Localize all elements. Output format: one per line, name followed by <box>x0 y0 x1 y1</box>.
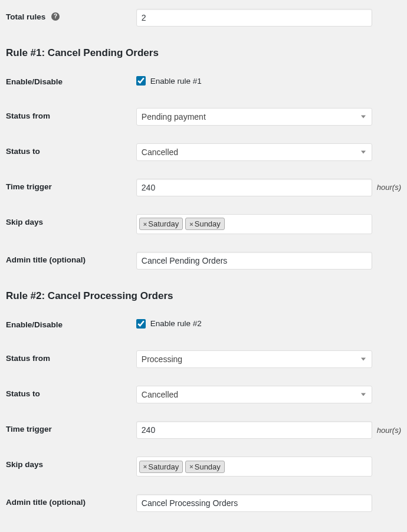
rule-2-admin-title-input[interactable] <box>136 494 372 512</box>
close-icon[interactable]: × <box>143 221 147 228</box>
rule-2-enable-label: Enable/Disable <box>0 308 136 342</box>
help-icon[interactable]: ? <box>51 12 60 21</box>
rule-1-skip-days-label: Skip days <box>0 205 136 243</box>
rule-2-status-from-label: Status from <box>0 341 136 377</box>
rule-2-time-trigger-label: Time trigger <box>0 412 136 448</box>
rule-2-time-trigger-unit: hour(s) <box>377 426 401 435</box>
rule-1-enable-checkbox[interactable] <box>136 76 146 86</box>
rule-1-admin-title-input[interactable] <box>136 252 372 270</box>
rule-1-enable-checkbox-label[interactable]: Enable rule #1 <box>136 76 202 86</box>
rule-2-status-to-label: Status to <box>0 377 136 412</box>
rule-2-admin-title-label: Admin title (optional) <box>0 485 136 521</box>
close-icon[interactable]: × <box>189 463 193 470</box>
rule-2-skip-day-tag[interactable]: ×Saturday <box>139 461 183 473</box>
rule-1-time-trigger-label: Time trigger <box>0 170 136 205</box>
total-rules-label: Total rules ? <box>0 0 136 35</box>
rule-1-skip-day-tag[interactable]: ×Sunday <box>185 218 225 230</box>
rule-1-status-from-label: Status from <box>0 99 136 134</box>
rule-1-heading: Rule #1: Cancel Pending Orders <box>6 47 401 59</box>
rule-2-enable-checkbox[interactable] <box>136 319 146 329</box>
rule-2-status-to-select[interactable]: Cancelled <box>136 386 372 403</box>
rule-1-status-from-select[interactable]: Pending payment <box>136 108 372 126</box>
rule-1-enable-label: Enable/Disable <box>0 65 136 99</box>
rule-2-enable-checkbox-label[interactable]: Enable rule #2 <box>136 319 202 329</box>
rule-2-heading: Rule #2: Cancel Processing Orders <box>6 290 401 302</box>
close-icon[interactable]: × <box>189 221 193 228</box>
close-icon[interactable]: × <box>143 463 147 470</box>
rule-1-status-to-select[interactable]: Cancelled <box>136 143 372 161</box>
rule-2-time-trigger-input[interactable] <box>136 421 372 439</box>
rule-2-status-from-select[interactable]: Processing <box>136 350 372 368</box>
total-rules-input[interactable] <box>136 9 372 27</box>
rule-1-time-trigger-unit: hour(s) <box>377 183 401 192</box>
rule-2-skip-days-label: Skip days <box>0 448 136 485</box>
settings-form: Total rules ? Rule #1: Cancel Pending Or… <box>0 0 407 521</box>
rule-1-skip-days-select[interactable]: ×Saturday ×Sunday <box>136 214 372 234</box>
rule-1-status-to-label: Status to <box>0 134 136 170</box>
rule-2-skip-day-tag[interactable]: ×Sunday <box>185 461 225 473</box>
rule-1-skip-day-tag[interactable]: ×Saturday <box>139 218 183 230</box>
rule-1-time-trigger-input[interactable] <box>136 179 372 196</box>
rule-2-skip-days-select[interactable]: ×Saturday ×Sunday <box>136 457 372 477</box>
rule-1-admin-title-label: Admin title (optional) <box>0 243 136 278</box>
